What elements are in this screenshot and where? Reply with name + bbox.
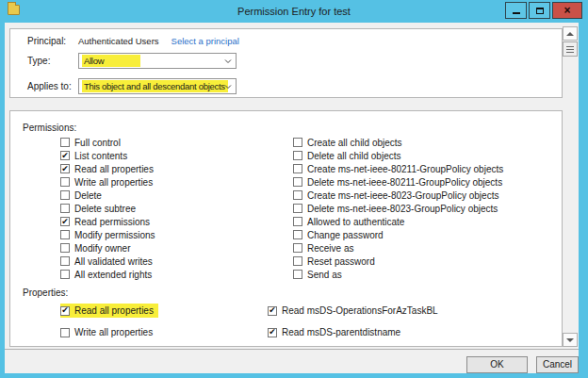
checkbox-label: Allowed to authenticate <box>307 217 404 227</box>
properties-right-column: ✔ Read msDS-OperationsForAzTaskBL ✔ Read… <box>268 304 443 347</box>
button-bar: OK Cancel <box>5 349 579 373</box>
close-button[interactable]: × <box>552 2 582 19</box>
dialog-client-area: Principal: Authenticated Users Select a … <box>5 23 579 373</box>
property-row[interactable]: Write all properties <box>60 325 157 339</box>
permission-row[interactable]: Delete <box>60 189 106 202</box>
cancel-button[interactable]: Cancel <box>536 356 579 373</box>
permission-row[interactable]: All extended rights <box>60 268 156 281</box>
select-a-principal-link[interactable]: Select a principal <box>172 36 239 46</box>
permission-row[interactable]: Full control <box>60 136 125 149</box>
type-value: Allow <box>82 55 140 67</box>
checkbox-label: Write all properties <box>74 177 153 188</box>
checkbox[interactable] <box>293 256 302 266</box>
checkbox-label: Create ms-net-ieee-8023-GroupPolicy obje… <box>307 190 498 201</box>
permissions-right-column: Create all child objects Delete all chil… <box>293 136 508 281</box>
permission-row[interactable]: Allowed to authenticate <box>293 215 409 228</box>
checkbox-label: Modify owner <box>74 243 130 254</box>
checkbox-label: Change password <box>307 230 384 240</box>
checkbox[interactable] <box>293 270 302 279</box>
minimize-button[interactable] <box>505 2 527 19</box>
scroll-down-button[interactable] <box>563 333 578 347</box>
permission-row[interactable]: Delete ms-net-ieee-80211-GroupPolicy obj… <box>293 175 507 189</box>
checkbox[interactable] <box>293 164 302 173</box>
checkbox[interactable]: ✔ <box>60 306 70 316</box>
permission-row[interactable]: Write all properties <box>60 175 157 189</box>
property-row[interactable]: ✔ Read msDS-OperationsForAzTaskBL <box>268 304 443 318</box>
permission-entry-dialog: Permission Entry for test × Principal: A… <box>0 0 588 378</box>
scroll-up-button[interactable] <box>563 26 578 41</box>
principal-panel: Principal: Authenticated Users Select a … <box>9 28 563 98</box>
checkbox[interactable]: ✔ <box>268 306 277 316</box>
checkbox[interactable] <box>60 243 70 253</box>
vertical-scrollbar[interactable] <box>563 26 578 347</box>
window-controls: × <box>505 2 582 19</box>
applies-to-label: Applies to: <box>27 81 78 91</box>
checkbox[interactable] <box>60 138 70 147</box>
type-row: Type: Allow <box>27 53 562 69</box>
applies-to-row: Applies to: This object and all descenda… <box>27 78 562 94</box>
permission-row[interactable]: All validated writes <box>60 255 157 268</box>
permission-row[interactable]: Delete all child objects <box>293 149 406 162</box>
checkbox-label: Read msDS-parentdistname <box>282 327 400 337</box>
principal-row: Principal: Authenticated Users Select a … <box>27 35 562 47</box>
app-icon <box>8 5 20 15</box>
scroll-thumb[interactable] <box>563 41 578 57</box>
permission-row[interactable]: Send as <box>293 268 347 281</box>
checkbox[interactable] <box>60 230 70 239</box>
checkbox[interactable]: ✔ <box>60 151 70 160</box>
permission-row[interactable]: Delete subtree <box>60 202 140 215</box>
checkbox[interactable] <box>293 243 302 253</box>
checkbox[interactable] <box>293 138 302 147</box>
permission-row[interactable]: ✔ Read all properties <box>60 162 158 175</box>
checkbox[interactable] <box>60 328 70 337</box>
checkbox-label: Write all properties <box>74 327 153 337</box>
permission-row[interactable]: Create ms-net-ieee-8023-GroupPolicy obje… <box>293 189 503 202</box>
permission-row[interactable]: Modify owner <box>60 241 135 255</box>
properties-section-label: Properties: <box>23 288 68 298</box>
checkbox[interactable] <box>293 217 302 226</box>
maximize-button[interactable] <box>529 2 550 19</box>
checkbox[interactable] <box>293 190 302 200</box>
close-icon: × <box>564 3 570 18</box>
checkbox[interactable] <box>293 230 302 239</box>
permission-row[interactable]: Create ms-net-ieee-80211-GroupPolicy obj… <box>293 162 508 175</box>
properties-left-column: ✔ Read all properties Write all properti… <box>60 304 158 347</box>
type-dropdown[interactable]: Allow <box>78 53 237 69</box>
checkbox-label: All extended rights <box>74 270 152 280</box>
checkbox[interactable] <box>60 190 70 200</box>
permission-row[interactable]: Create all child objects <box>293 136 407 149</box>
permission-row[interactable]: Change password <box>293 228 388 241</box>
checkbox[interactable] <box>60 204 70 213</box>
checkbox-label: Receive as <box>307 243 353 254</box>
ok-button[interactable]: OK <box>466 356 528 373</box>
checkbox[interactable]: ✔ <box>268 328 277 337</box>
principal-label: Principal: <box>27 36 78 46</box>
property-row[interactable]: ✔ Read all properties <box>60 304 158 318</box>
checkbox[interactable] <box>60 256 70 266</box>
checkbox[interactable] <box>293 204 302 213</box>
checkbox-label: Send as <box>307 270 342 280</box>
permission-row[interactable]: Receive as <box>293 241 358 255</box>
checkbox[interactable] <box>60 270 70 279</box>
permission-row[interactable]: Delete ms-net-ieee-8023-GroupPolicy obje… <box>293 202 502 215</box>
checkbox-label: Modify permissions <box>74 230 155 240</box>
permission-row[interactable]: ✔ Read permissions <box>60 215 155 228</box>
checkbox-label: List contents <box>74 151 127 161</box>
checkbox[interactable]: ✔ <box>60 217 70 226</box>
titlebar: Permission Entry for test × <box>0 0 588 23</box>
applies-to-dropdown[interactable]: This object and all descendant objects <box>78 78 237 94</box>
checkbox[interactable]: ✔ <box>60 164 70 173</box>
arrow-up-icon <box>566 32 574 36</box>
permission-row[interactable]: Modify permissions <box>60 228 160 241</box>
checkbox-label: Delete ms-net-ieee-8023-GroupPolicy obje… <box>307 204 498 214</box>
principal-value: Authenticated Users <box>78 36 159 46</box>
checkbox[interactable] <box>293 151 302 160</box>
checkbox-label: Read all properties <box>74 164 154 174</box>
checkbox-label: Create ms-net-ieee-80211-GroupPolicy obj… <box>307 164 503 174</box>
permission-row[interactable]: ✔ List contents <box>60 149 132 162</box>
permission-row[interactable]: Reset password <box>293 255 380 268</box>
property-row[interactable]: ✔ Read msDS-parentdistname <box>268 325 405 339</box>
checkbox[interactable] <box>293 177 302 187</box>
checkbox[interactable] <box>60 177 70 187</box>
chevron-down-icon <box>224 59 232 64</box>
